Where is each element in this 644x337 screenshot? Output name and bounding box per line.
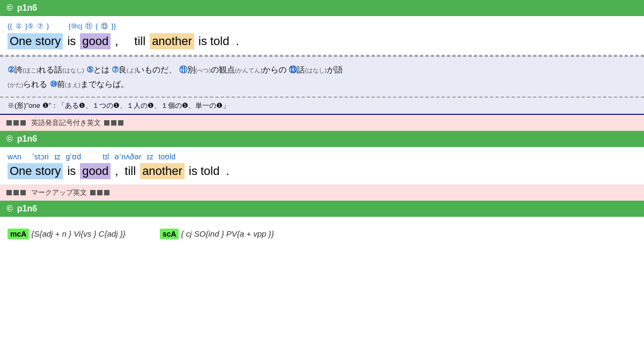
scA-formula: { cj SO{ind } PV{a + vpp }}	[181, 229, 274, 238]
jp-ann-2: ②	[8, 65, 14, 74]
pink-bar-label-1: 英語発音記号付き英文	[31, 118, 101, 128]
word2-one-story: One story	[8, 163, 63, 179]
sq2	[13, 120, 19, 126]
word-period: .	[233, 33, 241, 49]
sq3	[20, 120, 26, 126]
header-title-2: p1n6	[17, 134, 37, 144]
word-is: is	[65, 33, 78, 49]
ph-another: əˈnʌðər	[114, 152, 141, 161]
ph-wan: wʌn	[8, 152, 21, 161]
annotation-row-1: {{ ② }⑤ ⑦ } {⑩cj ⑪ { ⑬ }}	[8, 21, 636, 31]
ph-told: toʊld	[158, 152, 175, 161]
scA-badge: scA	[160, 229, 179, 239]
ann-3: }⑤	[25, 22, 34, 30]
jp-word-9: 話	[297, 65, 305, 74]
word2-is-told: is told	[187, 163, 222, 179]
jp-word-6: 別	[187, 65, 195, 74]
ph-good: gˈʊd	[66, 152, 82, 161]
word2-till: till	[122, 163, 138, 179]
word2-good: good	[80, 163, 111, 179]
pink-bar-label-2: マークアップ英文	[31, 188, 87, 197]
jp-word-2: れる話	[38, 65, 62, 74]
sq7	[6, 190, 12, 195]
pink-bar-phonetics: 英語発音記号付き英文	[0, 115, 644, 131]
section2-content: wʌn ˈstɔri ɪz gˈʊd tɪl əˈnʌðər ɪz toʊld …	[0, 147, 644, 185]
jp-word-8: からの	[262, 65, 289, 74]
mcA-badge: mcA	[8, 229, 29, 239]
copyright-icon: ©	[6, 3, 13, 13]
sq1	[6, 120, 12, 126]
japanese-section: ②誇(ほこ)れる話(はなし) ⑤とは ⑦良(よ)いものだ、 ⑪別(べつ)の観点(…	[0, 56, 644, 98]
word2-period: .	[224, 163, 231, 179]
jp-furigana-4: (よ)	[127, 67, 136, 74]
word-one-story: One story	[8, 33, 63, 49]
jp-word-10: が語	[327, 65, 343, 74]
jp-furigana-10: (かた)	[8, 82, 23, 88]
jp-word-3: とは	[93, 65, 112, 74]
ann-4: ⑦	[37, 22, 43, 30]
mcA-formula: {S{adj + n } Vi{vs } C{adj }}	[31, 229, 125, 238]
jp-ann-10: ⑩	[50, 79, 57, 89]
ann-5: }	[47, 22, 49, 30]
jp-ann-13: ⑬	[289, 65, 297, 74]
jp-furigana-9: (はなし)	[305, 67, 326, 74]
word2-is: is	[65, 163, 78, 179]
jp-word-1: 誇	[14, 65, 23, 74]
section1-content: {{ ② }⑤ ⑦ } {⑩cj ⑪ { ⑬ }} One story is g…	[0, 16, 644, 55]
sq12	[104, 190, 109, 195]
ann-6: {⑩cj	[68, 22, 82, 30]
copyright-icon-2: ©	[6, 134, 13, 144]
header-bar-2: © p1n6	[0, 131, 644, 147]
ph-iz2: ɪz	[147, 152, 153, 161]
header-title-3: p1n6	[17, 204, 37, 214]
sq8	[13, 190, 19, 195]
pink-bar-squares-right	[104, 120, 123, 126]
ann-2: ②	[16, 22, 22, 30]
word-is-told: is told	[196, 33, 231, 49]
jp-ann-5: ⑤	[86, 65, 93, 74]
word-till: till	[132, 33, 148, 49]
ph-stori: ˈstɔri	[32, 152, 49, 161]
header-title: p1n6	[17, 3, 37, 13]
japanese-line-2: (かた)られる ⑩前(まえ)までならば。	[8, 77, 636, 91]
header-bar: © p1n6	[0, 0, 644, 16]
markup-row: mcA {S{adj + n } Vi{vs } C{adj }} scA { …	[8, 226, 636, 241]
pink-bar-squares-left	[6, 120, 26, 126]
pink-bar-squares-left-2	[6, 190, 26, 195]
pink-bar-squares-right-2	[90, 190, 109, 195]
sentence-row-2: One story is good , till another is told…	[8, 163, 636, 179]
pink-bar-markup: マークアップ英文	[0, 185, 644, 201]
ann-9: ⑬	[101, 21, 108, 31]
note-text: ※(形)"one ❶"：「ある❶、１つの❶、１人の❶、１個の❶、単一の❶」	[8, 101, 230, 109]
note-section: ※(形)"one ❶"：「ある❶、１つの❶、１人の❶、１個の❶、単一の❶」	[0, 98, 644, 115]
word2-another: another	[140, 163, 185, 179]
sq10	[90, 190, 96, 195]
jp-word-13: までならば。	[80, 79, 129, 89]
jp-word-11: られる	[23, 79, 49, 89]
jp-furigana-7: (かんてん)	[235, 67, 262, 74]
word-good: good	[80, 33, 111, 49]
jp-word-4: 良	[119, 65, 127, 74]
ann-7: ⑪	[85, 21, 92, 31]
sq5	[111, 120, 116, 126]
ph-iz1: ɪz	[54, 152, 61, 161]
word2-comma: ,	[113, 163, 120, 179]
word-another: another	[150, 33, 194, 49]
japanese-line-1: ②誇(ほこ)れる話(はなし) ⑤とは ⑦良(よ)いものだ、 ⑪別(べつ)の観点(…	[8, 62, 636, 77]
jp-word-12: 前	[57, 79, 65, 89]
sq4	[104, 120, 109, 126]
sq11	[97, 190, 103, 195]
ann-1: {{	[8, 22, 12, 30]
sq6	[118, 120, 123, 126]
jp-word-5: いものだ、	[136, 65, 179, 74]
jp-furigana-6: (べつ)	[195, 67, 211, 74]
sq9	[20, 190, 26, 195]
copyright-icon-3: ©	[6, 204, 13, 214]
ann-10: }}	[111, 22, 116, 30]
sentence-row-1: One story is good , till another is told…	[8, 33, 636, 49]
jp-word-7: の観点	[211, 65, 235, 74]
ann-8: {	[96, 22, 98, 30]
word-comma: ,	[113, 33, 120, 49]
header-bar-3: © p1n6	[0, 201, 644, 217]
jp-furigana-1: (ほこ)	[23, 67, 38, 74]
